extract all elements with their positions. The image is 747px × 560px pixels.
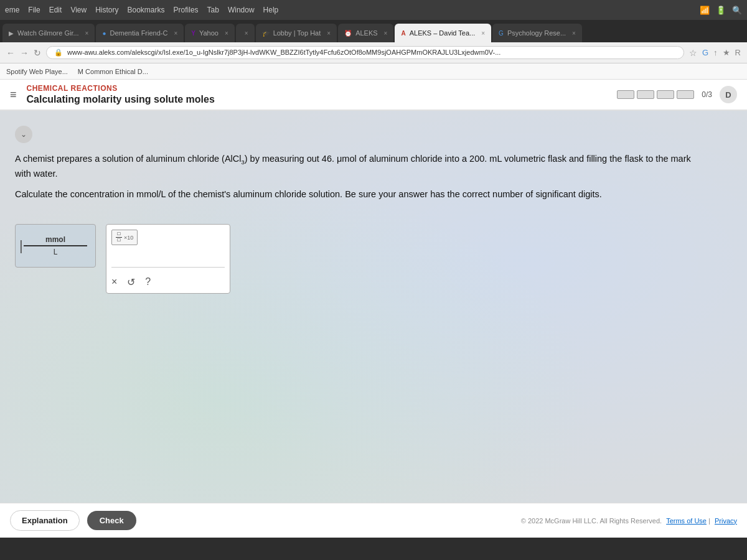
back-btn[interactable]: ← <box>6 48 15 58</box>
extension-icon-g[interactable]: G <box>702 48 708 57</box>
menu-file[interactable]: File <box>28 6 40 14</box>
tab-close-gilmore[interactable]: × <box>85 30 89 37</box>
tab-aleks[interactable]: ⏰ ALEKS × <box>338 24 393 42</box>
bookmark-star-icon[interactable]: ★ <box>723 48 730 57</box>
tab-favicon-gilmore: ▶ <box>9 30 14 37</box>
profile-icon[interactable]: R <box>735 48 741 57</box>
battery-icon: 🔋 <box>716 6 726 15</box>
clear-button[interactable]: × <box>111 276 117 287</box>
fraction-icon-bottom: □ <box>118 238 121 243</box>
browser-menu[interactable]: eme File Edit View History Bookmarks Pro… <box>5 6 278 14</box>
bookmark-common[interactable]: M Common Ethical D... <box>78 68 148 75</box>
tab-label-aleks: ALEKS <box>355 29 377 37</box>
tab-close-yahoo[interactable]: × <box>225 30 228 37</box>
tab-favicon-psych: G <box>499 30 504 37</box>
menu-bookmarks[interactable]: Bookmarks <box>128 6 165 14</box>
help-button[interactable]: D <box>720 86 737 103</box>
privacy-link[interactable]: Privacy <box>715 517 737 525</box>
tab-favicon-tophat: 🎓 <box>262 30 270 37</box>
tab-dementia[interactable]: ● Dementia Friend-C × <box>96 24 184 42</box>
tab-gilmore[interactable]: ▶ Watch Gilmore Gir... × <box>2 24 95 42</box>
bookmark-spotify[interactable]: Spotify Web Playe... <box>6 68 68 75</box>
address-input[interactable]: 🔒 www-awu.aleks.com/alekscgi/x/Isl.exe/1… <box>46 46 684 59</box>
help-math-button[interactable]: ? <box>145 276 151 287</box>
tab-empty[interactable]: × <box>236 24 255 42</box>
aleks-header-left: CHEMICAL REACTIONS Calculating molarity … <box>27 84 215 105</box>
tab-label-gilmore: Watch Gilmore Gir... <box>17 29 79 37</box>
aleks-header-right: 0/3 D <box>617 86 737 103</box>
menu-history[interactable]: History <box>95 6 118 14</box>
undo-button[interactable]: ↺ <box>127 276 135 288</box>
math-toolbar: □ □ ×10 <box>111 230 225 245</box>
reload-btn[interactable]: ↻ <box>34 48 41 58</box>
system-icons: 📶 🔋 🔍 <box>700 6 742 15</box>
menu-eme[interactable]: eme <box>5 6 19 14</box>
tab-favicon-aleks: ⏰ <box>344 30 352 37</box>
answer-area: | mmol L □ □ ×10 × ↺ ? <box>0 212 747 306</box>
menu-edit[interactable]: Edit <box>49 6 62 14</box>
tab-psych[interactable]: G Psychology Rese... × <box>492 24 582 42</box>
math-input-panel[interactable]: □ □ ×10 × ↺ ? <box>106 224 230 294</box>
menu-window[interactable]: Window <box>228 6 255 14</box>
content-area: ≡ CHEMICAL REACTIONS Calculating molarit… <box>0 80 747 538</box>
lock-icon: 🔒 <box>54 49 63 56</box>
x10-label: ×10 <box>124 235 133 241</box>
tab-close-empty[interactable]: × <box>245 30 248 37</box>
star-icon[interactable]: ☆ <box>689 48 697 58</box>
tab-close-psych[interactable]: × <box>572 30 576 37</box>
address-bar: ← → ↻ 🔒 www-awu.aleks.com/alekscgi/x/Isl… <box>0 42 747 63</box>
tab-close-aleks-active[interactable]: × <box>481 30 485 37</box>
fraction-button[interactable]: □ □ ×10 <box>111 230 138 245</box>
check-button[interactable]: Check <box>87 511 136 530</box>
tab-label-aleks-active: ALEKS – David Tea... <box>410 29 476 37</box>
tab-label-dementia: Dementia Friend-C <box>110 29 168 37</box>
tab-tophat[interactable]: 🎓 Lobby | Top Hat × <box>256 24 337 42</box>
forward-btn[interactable]: → <box>20 48 29 58</box>
progress-box-4 <box>677 90 694 99</box>
explanation-button[interactable]: Explanation <box>10 510 80 531</box>
aleks-header: ≡ CHEMICAL REACTIONS Calculating molarit… <box>0 80 747 111</box>
tab-favicon-dementia: ● <box>102 30 106 37</box>
tabs-bar: ▶ Watch Gilmore Gir... × ● Dementia Frie… <box>0 20 747 42</box>
menu-view[interactable]: View <box>70 6 87 14</box>
progress-box-3 <box>657 90 674 99</box>
question-title: Calculating molarity using solute moles <box>27 94 215 105</box>
copyright-text: © 2022 McGraw Hill LLC. All Rights Reser… <box>521 517 662 525</box>
bookmarks-bar: Spotify Web Playe... M Common Ethical D.… <box>0 63 747 80</box>
search-system-icon[interactable]: 🔍 <box>732 6 742 15</box>
fraction-icon-top: □ <box>118 231 121 237</box>
fraction-icon: □ □ <box>116 231 122 243</box>
footer-separator: | <box>708 517 712 525</box>
section-label: CHEMICAL REACTIONS <box>27 84 215 93</box>
tab-aleks-active[interactable]: A ALEKS – David Tea... × <box>395 24 491 42</box>
menu-help[interactable]: Help <box>263 6 279 14</box>
extension-icon-2[interactable]: ↑ <box>713 48 718 57</box>
menu-tab[interactable]: Tab <box>207 6 219 14</box>
progress-boxes <box>617 90 694 99</box>
progress-count: 0/3 <box>702 90 712 99</box>
wifi-icon: 📶 <box>700 6 710 15</box>
math-answer-input[interactable] <box>111 250 225 268</box>
question-wrapper: ⌄ A chemist prepares a solution of alumi… <box>0 111 747 212</box>
question-instruction-text: Calculate the concentration in mmol/L of… <box>15 189 602 199</box>
hamburger-menu[interactable]: ≡ <box>10 88 17 101</box>
tab-label-psych: Psychology Rese... <box>507 29 566 37</box>
tab-close-tophat[interactable]: × <box>327 30 331 37</box>
tab-close-dementia[interactable]: × <box>174 30 177 37</box>
progress-box-2 <box>637 90 654 99</box>
tab-label-yahoo: Yahoo <box>199 29 218 37</box>
tab-yahoo[interactable]: Y Yahoo × <box>185 24 235 42</box>
chevron-down-btn[interactable]: ⌄ <box>15 126 32 143</box>
fraction-cursor: | <box>19 238 23 254</box>
tab-favicon-yahoo: Y <box>191 30 195 37</box>
tab-close-aleks[interactable]: × <box>384 30 388 37</box>
address-text[interactable]: www-awu.aleks.com/alekscgi/x/Isl.exe/1o_… <box>67 49 500 56</box>
fraction-input-box[interactable]: | mmol L <box>15 224 96 268</box>
footer-text: © 2022 McGraw Hill LLC. All Rights Reser… <box>521 517 737 525</box>
fraction-bar <box>24 245 87 246</box>
menu-profiles[interactable]: Profiles <box>174 6 199 14</box>
math-actions: × ↺ ? <box>111 276 225 288</box>
fraction-numerator: mmol <box>45 235 65 244</box>
terms-link[interactable]: Terms of Use <box>666 517 707 525</box>
question-text: A chemist prepares a solution of aluminu… <box>15 152 700 181</box>
